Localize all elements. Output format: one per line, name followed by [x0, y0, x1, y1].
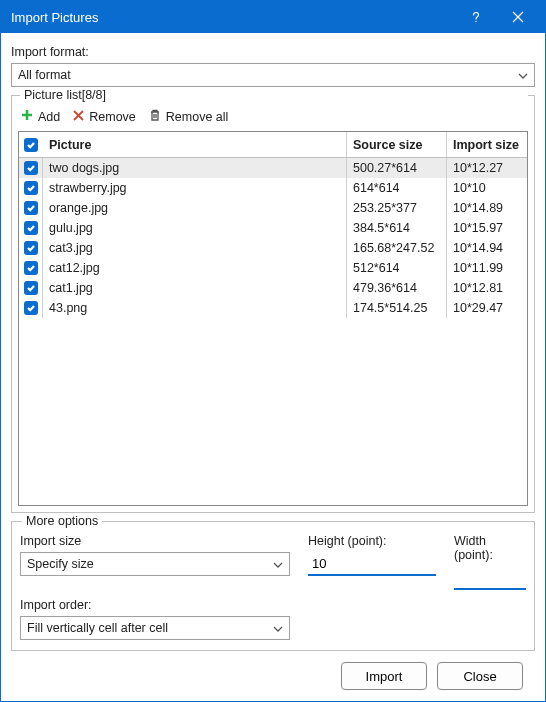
- width-input[interactable]: [454, 566, 526, 590]
- row-checkbox-cell[interactable]: [19, 258, 43, 278]
- row-source-size: 479.36*614: [347, 278, 447, 298]
- row-picture: orange.jpg: [43, 198, 347, 218]
- checkbox-icon: [24, 281, 38, 295]
- row-import-size: 10*15.97: [447, 218, 527, 238]
- add-label: Add: [38, 110, 60, 124]
- remove-button[interactable]: Remove: [72, 109, 136, 125]
- width-label: Width (point):: [454, 534, 526, 562]
- picture-table: Picture Source size Import size two dogs…: [18, 131, 528, 506]
- close-button[interactable]: Close: [437, 662, 523, 690]
- checkbox-icon: [24, 201, 38, 215]
- checkbox-icon: [24, 301, 38, 315]
- checkbox-icon: [24, 241, 38, 255]
- import-format-value: All format: [18, 68, 71, 82]
- chevron-down-icon: [273, 621, 283, 635]
- row-checkbox-cell[interactable]: [19, 178, 43, 198]
- row-source-size: 512*614: [347, 258, 447, 278]
- row-checkbox-cell[interactable]: [19, 198, 43, 218]
- remove-all-label: Remove all: [166, 110, 229, 124]
- row-picture: two dogs.jpg: [43, 158, 347, 178]
- row-source-size: 253.25*377: [347, 198, 447, 218]
- row-import-size: 10*11.99: [447, 258, 527, 278]
- row-source-size: 174.5*514.25: [347, 298, 447, 318]
- picture-list-group: Picture list[8/8] Add Remove Remove all: [11, 95, 535, 513]
- remove-all-button[interactable]: Remove all: [148, 108, 229, 125]
- header-import-size[interactable]: Import size: [447, 132, 527, 157]
- header-picture[interactable]: Picture: [43, 132, 347, 157]
- table-row[interactable]: 43.png174.5*514.2510*29.47: [19, 298, 527, 318]
- checkbox-icon: [24, 138, 38, 152]
- import-format-combo[interactable]: All format: [11, 63, 535, 87]
- height-label: Height (point):: [308, 534, 436, 548]
- row-import-size: 10*14.94: [447, 238, 527, 258]
- checkbox-icon: [24, 161, 38, 175]
- row-checkbox-cell[interactable]: [19, 298, 43, 318]
- import-size-label: Import size: [20, 534, 290, 548]
- row-import-size: 10*10: [447, 178, 527, 198]
- trash-icon: [148, 108, 162, 125]
- import-format-label: Import format:: [11, 45, 535, 59]
- remove-label: Remove: [89, 110, 136, 124]
- plus-icon: [20, 108, 34, 125]
- row-checkbox-cell[interactable]: [19, 158, 43, 178]
- table-header: Picture Source size Import size: [19, 132, 527, 158]
- import-order-combo[interactable]: Fill vertically cell after cell: [20, 616, 290, 640]
- table-body: two dogs.jpg500.27*61410*12.27strawberry…: [19, 158, 527, 505]
- row-picture: gulu.jpg: [43, 218, 347, 238]
- dialog-content: Import format: All format Picture list[8…: [1, 33, 545, 701]
- more-options-group: More options Import size Specify size He…: [11, 521, 535, 651]
- row-picture: strawberry.jpg: [43, 178, 347, 198]
- picture-list-toolbar: Add Remove Remove all: [18, 106, 528, 131]
- import-size-value: Specify size: [27, 557, 94, 571]
- row-checkbox-cell[interactable]: [19, 238, 43, 258]
- row-import-size: 10*12.27: [447, 158, 527, 178]
- table-row[interactable]: two dogs.jpg500.27*61410*12.27: [19, 158, 527, 178]
- row-import-size: 10*12.81: [447, 278, 527, 298]
- dialog-footer: Import Close: [11, 651, 535, 701]
- row-checkbox-cell[interactable]: [19, 218, 43, 238]
- table-row[interactable]: cat1.jpg479.36*61410*12.81: [19, 278, 527, 298]
- import-order-value: Fill vertically cell after cell: [27, 621, 168, 635]
- close-window-button[interactable]: [497, 1, 539, 33]
- checkbox-icon: [24, 181, 38, 195]
- table-row[interactable]: orange.jpg253.25*37710*14.89: [19, 198, 527, 218]
- import-order-label: Import order:: [20, 598, 526, 612]
- row-source-size: 500.27*614: [347, 158, 447, 178]
- import-size-combo[interactable]: Specify size: [20, 552, 290, 576]
- row-source-size: 165.68*247.52: [347, 238, 447, 258]
- table-row[interactable]: strawberry.jpg614*61410*10: [19, 178, 527, 198]
- height-input[interactable]: [308, 552, 436, 576]
- add-button[interactable]: Add: [20, 108, 60, 125]
- table-row[interactable]: cat12.jpg512*61410*11.99: [19, 258, 527, 278]
- more-options-legend: More options: [22, 514, 102, 528]
- checkbox-icon: [24, 221, 38, 235]
- checkbox-icon: [24, 261, 38, 275]
- table-row[interactable]: cat3.jpg165.68*247.5210*14.94: [19, 238, 527, 258]
- row-source-size: 384.5*614: [347, 218, 447, 238]
- row-import-size: 10*29.47: [447, 298, 527, 318]
- row-checkbox-cell[interactable]: [19, 278, 43, 298]
- row-import-size: 10*14.89: [447, 198, 527, 218]
- row-source-size: 614*614: [347, 178, 447, 198]
- header-checkbox-cell[interactable]: [19, 132, 43, 157]
- import-button[interactable]: Import: [341, 662, 427, 690]
- titlebar: Import Pictures: [1, 1, 545, 33]
- svg-point-0: [475, 21, 476, 22]
- window-title: Import Pictures: [11, 10, 455, 25]
- row-picture: cat12.jpg: [43, 258, 347, 278]
- import-pictures-dialog: Import Pictures Import format: All forma…: [0, 0, 546, 702]
- table-row[interactable]: gulu.jpg384.5*61410*15.97: [19, 218, 527, 238]
- chevron-down-icon: [273, 557, 283, 571]
- row-picture: cat1.jpg: [43, 278, 347, 298]
- row-picture: cat3.jpg: [43, 238, 347, 258]
- picture-list-legend: Picture list[8/8]: [20, 88, 528, 102]
- header-source-size[interactable]: Source size: [347, 132, 447, 157]
- x-icon: [72, 109, 85, 125]
- chevron-down-icon: [518, 68, 528, 82]
- row-picture: 43.png: [43, 298, 347, 318]
- help-button[interactable]: [455, 1, 497, 33]
